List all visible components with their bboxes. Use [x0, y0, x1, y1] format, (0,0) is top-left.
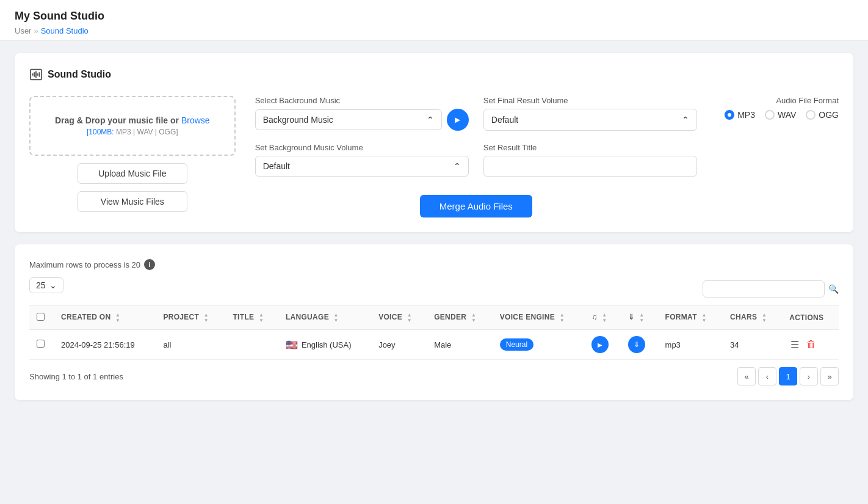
table-top: Maximum rows to process is 20 i [29, 259, 839, 270]
background-music-label: Select Backround Music [255, 96, 469, 105]
merge-button[interactable]: Merge Audio Files [420, 195, 532, 217]
mp3-radio[interactable] [725, 110, 734, 120]
page-prev-prev[interactable]: « [737, 367, 756, 385]
breadcrumb-parent: User [15, 26, 31, 35]
merge-row: Merge Audio Files [255, 195, 697, 217]
row-chars: 34 [723, 330, 782, 360]
header-format[interactable]: FORMAT ▲▼ [658, 306, 723, 330]
row-created-on: 2024-09-25 21:56:19 [54, 330, 156, 360]
row-checkbox-cell [29, 330, 54, 360]
search-input[interactable] [703, 280, 825, 298]
table-body: 2024-09-25 21:56:19 all 🇺🇸 English (USA)… [29, 330, 839, 360]
drag-drop-text: Drag & Drop your music file or Browse [55, 115, 210, 125]
header-chars[interactable]: CHARS ▲▼ [723, 306, 782, 330]
drop-zone[interactable]: Drag & Drop your music file or Browse [1… [29, 96, 236, 156]
background-music-group: Select Backround Music Background Music … [255, 96, 469, 131]
row-play-button[interactable]: ▶ [591, 336, 609, 353]
audio-format-label: Audio File Format [776, 96, 839, 105]
language-flag: 🇺🇸 [286, 339, 298, 351]
bottom-form-row: Set Background Music Volume Default ⌃ Se… [255, 143, 697, 177]
header-music[interactable]: ♫ ▲▼ [584, 306, 621, 330]
final-volume-select[interactable]: Default ⌃ [483, 109, 697, 131]
upload-section: Drag & Drop your music file or Browse [1… [29, 96, 236, 212]
row-download: ⇓ [621, 330, 657, 360]
file-hint: [100MB: MP3 | WAV | OGG] [55, 128, 210, 136]
table-row: 2024-09-25 21:56:19 all 🇺🇸 English (USA)… [29, 330, 839, 360]
page-next-next[interactable]: » [820, 367, 839, 385]
format-ogg[interactable]: OGG [806, 110, 839, 120]
header-language[interactable]: LANGUAGE ▲▼ [278, 306, 371, 330]
row-title [225, 330, 278, 360]
language-text: English (USA) [302, 340, 352, 349]
studio-card-header: Sound Studio [29, 68, 839, 81]
upload-music-button[interactable]: Upload Music File [78, 163, 187, 184]
music-note-icon: ♫ [591, 313, 597, 321]
table-header-row: CREATED ON ▲▼ PROJECT ▲▼ TITLE ▲▼ LANGUA… [29, 306, 839, 330]
row-download-button[interactable]: ⇓ [628, 336, 645, 353]
page-prev[interactable]: ‹ [758, 367, 776, 385]
chevron-up-icon-vol: ⌃ [454, 161, 461, 171]
row-queue-button[interactable]: ☰ [789, 338, 800, 352]
wav-radio[interactable] [765, 110, 775, 120]
row-project: all [156, 330, 225, 360]
sound-studio-icon [29, 68, 43, 81]
studio-card: Sound Studio Drag & Drop your music file… [15, 53, 853, 232]
table-card: Maximum rows to process is 20 i 25 ⌄ 🔍 [15, 244, 853, 400]
bg-volume-select[interactable]: Default ⌃ [255, 156, 469, 177]
row-checkbox[interactable] [37, 340, 45, 348]
header-title[interactable]: TITLE ▲▼ [225, 306, 278, 330]
chevron-down-icon: ⌄ [49, 280, 57, 290]
play-button[interactable]: ▶ [447, 109, 469, 131]
row-voice: Joey [371, 330, 427, 360]
background-music-select[interactable]: Background Music ⌃ [255, 109, 442, 130]
breadcrumb-separator: » [34, 26, 38, 35]
row-music: ▶ [584, 330, 621, 360]
data-table: CREATED ON ▲▼ PROJECT ▲▼ TITLE ▲▼ LANGUA… [29, 305, 839, 360]
studio-card-title: Sound Studio [48, 69, 111, 80]
header-voice[interactable]: VOICE ▲▼ [371, 306, 427, 330]
breadcrumb: User » Sound Studio [15, 26, 853, 35]
result-title-label: Set Result Title [483, 143, 697, 152]
header-actions: ACTIONS [782, 306, 839, 330]
result-title-input[interactable] [483, 156, 697, 177]
row-format: mp3 [658, 330, 723, 360]
header-download[interactable]: ⇓ ▲▼ [621, 306, 657, 330]
page-header: My Sound Studio User » Sound Studio [0, 0, 868, 41]
breadcrumb-current[interactable]: Sound Studio [41, 26, 89, 35]
format-wav[interactable]: WAV [765, 110, 796, 120]
background-music-select-wrapper: Background Music ⌃ ▶ [255, 109, 469, 131]
info-icon[interactable]: i [144, 259, 155, 270]
main-content: Sound Studio Drag & Drop your music file… [0, 41, 868, 425]
final-volume-group: Set Final Result Volume Default ⌃ [483, 96, 697, 131]
ogg-radio[interactable] [806, 110, 816, 120]
chevron-up-icon-final: ⌃ [682, 115, 689, 125]
max-rows-notice: Maximum rows to process is 20 i [29, 259, 155, 270]
browse-link[interactable]: Browse [181, 115, 210, 125]
header-project[interactable]: PROJECT ▲▼ [156, 306, 225, 330]
rows-per-page-dropdown[interactable]: 25 ⌄ [29, 277, 63, 293]
bg-volume-group: Set Background Music Volume Default ⌃ [255, 143, 469, 177]
chevron-up-icon: ⌃ [427, 115, 434, 125]
header-gender[interactable]: GENDER ▲▼ [427, 306, 493, 330]
row-delete-button[interactable]: 🗑 [805, 338, 817, 351]
voice-engine-badge: Neural [500, 338, 533, 351]
bg-volume-label: Set Background Music Volume [255, 143, 469, 152]
row-language: 🇺🇸 English (USA) [278, 330, 371, 360]
pagination: « ‹ 1 › » [737, 367, 839, 385]
view-music-files-button[interactable]: View Music Files [78, 191, 187, 212]
select-all-checkbox[interactable] [37, 313, 45, 321]
actions-cell: ☰ 🗑 [789, 338, 831, 352]
final-volume-label: Set Final Result Volume [483, 96, 697, 105]
search-icon: 🔍 [828, 284, 839, 294]
download-icon: ⇓ [628, 313, 634, 321]
result-title-group: Set Result Title [483, 143, 697, 177]
page-next[interactable]: › [800, 367, 818, 385]
header-checkbox-cell [29, 306, 54, 330]
format-mp3[interactable]: MP3 [725, 110, 755, 120]
format-options: MP3 WAV OGG [725, 110, 839, 120]
header-created-on[interactable]: CREATED ON ▲▼ [54, 306, 156, 330]
row-gender: Male [427, 330, 493, 360]
page-1[interactable]: 1 [779, 367, 797, 385]
studio-layout: Drag & Drop your music file or Browse [1… [29, 96, 839, 217]
header-voice-engine[interactable]: VOICE ENGINE ▲▼ [493, 306, 585, 330]
